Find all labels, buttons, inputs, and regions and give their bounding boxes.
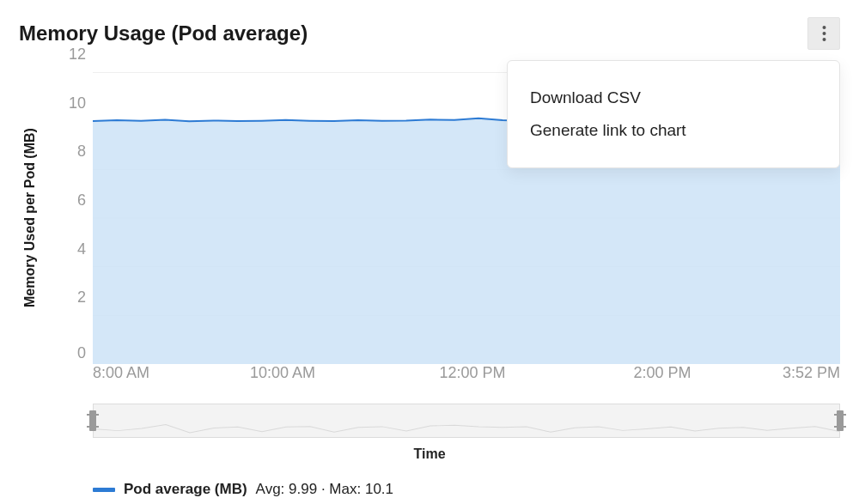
x-tick: 2:00 PM (633, 364, 691, 382)
y-tick: 0 (77, 344, 86, 362)
x-tick: 10:00 AM (250, 364, 315, 382)
time-brush[interactable] (93, 404, 840, 438)
legend-max-label: Max: (329, 481, 361, 497)
vertical-dots-icon (822, 25, 826, 42)
brush-handle-right[interactable] (837, 410, 844, 431)
y-tick: 10 (69, 94, 86, 112)
time-brush-track[interactable] (93, 404, 840, 438)
chart-title: Memory Usage (Pod average) (19, 21, 308, 46)
legend-avg-label: Avg: (256, 481, 285, 497)
svg-point-0 (822, 26, 825, 29)
legend-sep: · (321, 481, 326, 497)
legend: Pod average (MB) Avg: 9.99 · Max: 10.1 (93, 481, 840, 498)
x-axis-label: Time (19, 446, 840, 462)
legend-series-name: Pod average (MB) (124, 481, 247, 498)
y-tick: 6 (77, 191, 86, 209)
chart-menu-dropdown: Download CSV Generate link to chart (507, 60, 840, 168)
legend-avg-value: 9.99 (289, 481, 317, 497)
menu-item-generate-link[interactable]: Generate link to chart (530, 114, 817, 147)
header-row: Memory Usage (Pod average) (19, 17, 840, 50)
svg-point-2 (822, 38, 825, 41)
legend-stats: Avg: 9.99 · Max: 10.1 (256, 481, 393, 498)
menu-item-download-csv[interactable]: Download CSV (530, 82, 817, 114)
x-tick: 8:00 AM (93, 364, 149, 382)
x-tick: 12:00 PM (439, 364, 505, 382)
x-axis-ticks: 8:00 AM 10:00 AM 12:00 PM 2:00 PM 3:52 P… (93, 364, 840, 385)
y-tick: 8 (77, 143, 86, 161)
y-axis-ticks: 0 2 4 6 8 10 12 (40, 72, 93, 364)
y-axis-label: Memory Used per Pod (MB) (19, 72, 40, 364)
x-tick: 3:52 PM (783, 364, 840, 382)
legend-max-value: 10.1 (365, 481, 393, 497)
y-tick: 4 (77, 240, 86, 258)
svg-point-1 (822, 32, 825, 35)
y-tick: 12 (69, 46, 86, 64)
legend-swatch (93, 488, 115, 492)
brush-handle-left[interactable] (89, 410, 96, 431)
chart-menu-button[interactable] (807, 17, 840, 50)
y-tick: 2 (77, 288, 86, 307)
sparkline (94, 404, 839, 437)
